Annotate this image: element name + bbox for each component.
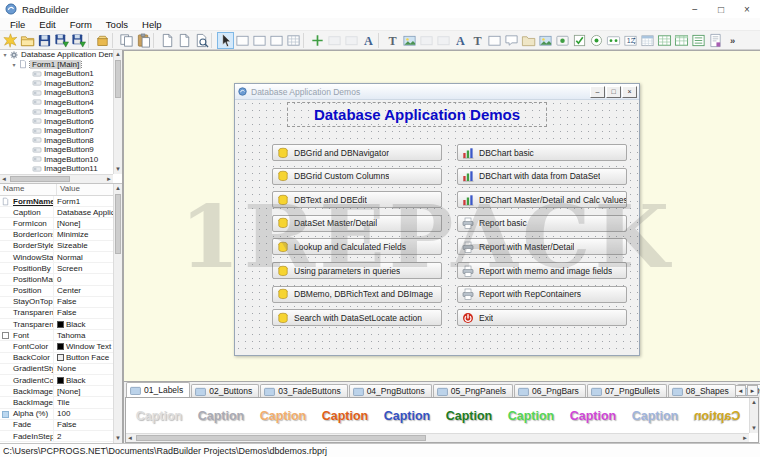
demo-button-exit[interactable]: Exit bbox=[457, 309, 627, 326]
open-project-icon[interactable] bbox=[19, 32, 36, 49]
demo-button-using-parameters-in-queries[interactable]: Using parameters in queries bbox=[272, 262, 442, 279]
label-tool-icon[interactable]: A bbox=[360, 32, 377, 49]
tree-vertical-scrollbar[interactable]: ▲ ▼ bbox=[113, 50, 122, 174]
tree-item-imagebutton6[interactable]: ImageButton6 bbox=[0, 117, 113, 127]
select-tool-icon[interactable] bbox=[217, 32, 234, 49]
tree-item-imagebutton8[interactable]: ImageButton8 bbox=[0, 136, 113, 146]
tab-07_pngbullets[interactable]: 07_PngBullets bbox=[587, 384, 667, 397]
gridpanel-tool-icon[interactable] bbox=[285, 32, 302, 49]
fadebutton-tool-icon[interactable] bbox=[435, 32, 452, 49]
property-row-fontcolor[interactable]: FontColorWindow Text bbox=[0, 341, 113, 352]
property-row-stayontop[interactable]: StayOnTopFalse bbox=[0, 297, 113, 308]
property-row-backimagestyle[interactable]: BackImageStyleTile bbox=[0, 397, 113, 408]
caption-sample-10[interactable]: Caption bbox=[694, 409, 741, 423]
tree-item-imagebutton4[interactable]: ImageButton4 bbox=[0, 98, 113, 108]
tab-03_fadebuttons[interactable]: 03_FadeButtons bbox=[260, 384, 347, 397]
property-row-position[interactable]: PositionCenter bbox=[0, 286, 113, 297]
minimize-button[interactable]: − bbox=[682, 0, 708, 18]
caption-sample-6[interactable]: Caption bbox=[446, 409, 493, 423]
scroll-up-icon[interactable]: ▲ bbox=[114, 184, 122, 193]
image-strip-tool-icon[interactable] bbox=[401, 32, 418, 49]
property-row-transparentcolor[interactable]: TransparentColorBlack bbox=[0, 319, 113, 330]
align-tool-icon[interactable] bbox=[326, 32, 343, 49]
filefolder-tool-icon[interactable] bbox=[520, 32, 537, 49]
designed-form[interactable]: Database Application Demos – □ × Databas… bbox=[234, 83, 640, 356]
property-row-positionmargin[interactable]: PositionMargin0 bbox=[0, 274, 113, 285]
demo-button-dbchart-master-detail-and-calc-values[interactable]: DBChart Master/Detail and Calc Values bbox=[457, 191, 627, 208]
form-minimize-button[interactable]: – bbox=[590, 86, 605, 98]
property-row-gradientstyle[interactable]: GradientStyleNone bbox=[0, 364, 113, 375]
menu-file[interactable]: File bbox=[3, 19, 32, 30]
tab-06_pngbars[interactable]: 06_PngBars bbox=[514, 384, 586, 397]
demo-button-search-with-datasetlocate-action[interactable]: Search with DataSetLocate action bbox=[272, 309, 442, 326]
demo-button-dbgrid-and-dbnavigator[interactable]: DBGrid and DBNavigator bbox=[272, 144, 442, 161]
tab-05_pngpanels[interactable]: 05_PngPanels bbox=[433, 384, 513, 397]
gallery-vertical-scrollbar[interactable]: ▲ ▼ bbox=[749, 398, 758, 433]
move-tool-icon[interactable] bbox=[309, 32, 326, 49]
checkbox-tool-icon[interactable] bbox=[571, 32, 588, 49]
property-row-windowstate[interactable]: WindowStateNormal bbox=[0, 252, 113, 263]
import-project-icon[interactable] bbox=[70, 32, 87, 49]
memo-tool-icon[interactable] bbox=[707, 32, 724, 49]
property-row-font[interactable]: FontTahoma bbox=[0, 330, 113, 341]
save-project-icon[interactable] bbox=[36, 32, 53, 49]
tree-item-imagebutton1[interactable]: ImageButton1 bbox=[0, 69, 113, 79]
tab-08_shapes[interactable]: 08_Shapes bbox=[668, 384, 736, 397]
design-canvas[interactable]: Database Application Demos – □ × Databas… bbox=[123, 50, 760, 382]
menu-help[interactable]: Help bbox=[135, 19, 169, 30]
tab-04_pngbuttons[interactable]: 04_PngButtons bbox=[349, 384, 432, 397]
demo-button-dbgrid-custom-columns[interactable]: DBGrid Custom Columns bbox=[272, 168, 442, 185]
tree-item-imagebutton3[interactable]: ImageButton3 bbox=[0, 88, 113, 98]
form-client-area[interactable]: Database Application Demos DBGrid and DB… bbox=[235, 100, 639, 355]
datepicker-tool-icon[interactable] bbox=[639, 32, 656, 49]
font-expand-checkbox[interactable] bbox=[2, 332, 9, 339]
build-app-icon[interactable] bbox=[94, 32, 111, 49]
property-row-positionby[interactable]: PositionByScreen bbox=[0, 263, 113, 274]
caption-sample-8[interactable]: Caption bbox=[570, 409, 617, 423]
groupbox-tool-icon[interactable] bbox=[268, 32, 285, 49]
size-tool-icon[interactable] bbox=[343, 32, 360, 49]
clone-form-icon[interactable] bbox=[176, 32, 193, 49]
scroll-down-icon[interactable]: ▼ bbox=[750, 424, 758, 433]
new-form-icon[interactable] bbox=[159, 32, 176, 49]
togglebox-tool-icon[interactable] bbox=[605, 32, 622, 49]
demo-button-dbchart-with-data-from-dataset[interactable]: DBChart with data from DataSet bbox=[457, 168, 627, 185]
tree-item-imagebutton7[interactable]: ImageButton7 bbox=[0, 126, 113, 136]
scroll-left-icon[interactable]: ◄ bbox=[127, 434, 133, 443]
caption-sample-2[interactable]: Caption bbox=[198, 409, 245, 423]
form-maximize-button[interactable]: □ bbox=[606, 86, 621, 98]
tree-item-imagebutton2[interactable]: ImageButton2 bbox=[0, 79, 113, 89]
roundpanel-tool-icon[interactable] bbox=[486, 32, 503, 49]
tree-item-project[interactable]: ▾Database Application Demos [ bbox=[0, 50, 113, 60]
caption-sample-5[interactable]: Caption bbox=[384, 409, 431, 423]
property-row-formname[interactable]: FormNameForm1 bbox=[0, 196, 113, 207]
preview-form-icon[interactable] bbox=[193, 32, 210, 49]
tabs-scroll-left-icon[interactable]: ◄ bbox=[735, 385, 746, 396]
form-close-button[interactable]: × bbox=[622, 86, 637, 98]
property-row-fadeinstep-[interactable]: FadeInStep (%)2 bbox=[0, 431, 113, 442]
property-row-formicon[interactable]: FormIcon[None] bbox=[0, 218, 113, 229]
more-tools-icon[interactable]: » bbox=[724, 32, 741, 49]
demo-button-dbmemo-dbrichtext-and-dbimage[interactable]: DBMemo, DBRichText and DBImage bbox=[272, 286, 442, 303]
export-project-icon[interactable] bbox=[53, 32, 70, 49]
property-row-alpha-[interactable]: Alpha (%)100 bbox=[0, 409, 113, 420]
property-row-borderstyle[interactable]: BorderStyleSizeable bbox=[0, 241, 113, 252]
close-button[interactable]: × bbox=[734, 0, 760, 18]
caption-sample-9[interactable]: Caption bbox=[632, 409, 679, 423]
tree-item-imagebutton11[interactable]: ImageButton11 bbox=[0, 164, 113, 174]
demo-button-dataset-master-detail[interactable]: DataSet Master/Detail bbox=[272, 215, 442, 232]
tree-item-imagebutton10[interactable]: ImageButton10 bbox=[0, 155, 113, 165]
scroll-right-icon[interactable]: ► bbox=[742, 434, 748, 443]
tabs-scroll-right-icon[interactable]: ► bbox=[747, 385, 758, 396]
demo-button-dbchart-basic[interactable]: DBChart basic bbox=[457, 144, 627, 161]
demo-button-report-with-memo-and-image-fields[interactable]: Report with memo and image fields bbox=[457, 262, 627, 279]
dbgrid-tool-icon[interactable] bbox=[673, 32, 690, 49]
property-row-backimage[interactable]: BackImage[None] bbox=[0, 386, 113, 397]
form-heading-label[interactable]: Database Application Demos bbox=[287, 102, 547, 127]
bubble-tool-icon[interactable] bbox=[503, 32, 520, 49]
scroll-left-icon[interactable]: ◄ bbox=[1, 175, 7, 184]
imagebutton-tool-icon[interactable] bbox=[554, 32, 571, 49]
tab-01_labels[interactable]: 01_Labels bbox=[126, 382, 190, 397]
fadepanel-tool-icon[interactable] bbox=[418, 32, 435, 49]
demo-button-report-with-repcontainers[interactable]: Report with RepContainers bbox=[457, 286, 627, 303]
